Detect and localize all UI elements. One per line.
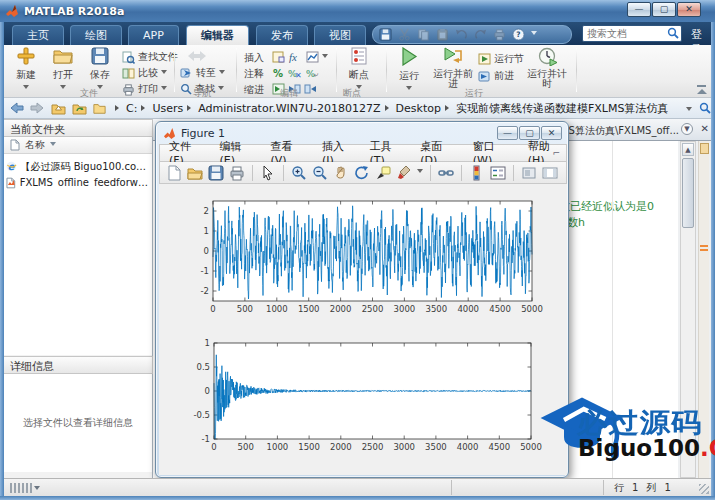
breadcrumb-segment[interactable]: Desktop	[396, 102, 441, 115]
data-cursor-icon[interactable]	[375, 165, 391, 181]
current-folder-header[interactable]: 当前文件夹	[4, 119, 153, 137]
toolbar-separator	[461, 165, 462, 181]
bottom-plot[interactable]: 0500100015002000250030003500400045005000…	[189, 330, 549, 462]
svg-text:0: 0	[205, 386, 210, 396]
list-item[interactable]: FXLMS_offline_feedforward	[6, 175, 150, 190]
save-figure-icon[interactable]	[208, 165, 224, 181]
analyzer-status-box[interactable]	[700, 143, 709, 154]
svg-text:-2: -2	[201, 286, 209, 296]
zoom-in-icon[interactable]	[291, 165, 307, 181]
search-icon[interactable]	[667, 27, 679, 39]
nav-back-icon[interactable]	[184, 49, 210, 63]
editor-tab-title[interactable]: MS算法仿真\FXLMS_off...	[560, 124, 679, 138]
insert-colorbar-icon[interactable]	[469, 165, 485, 181]
toolbar-separator	[430, 165, 431, 181]
file-list-column-header[interactable]: 名称	[4, 137, 152, 154]
advance-button[interactable]: 前进	[478, 69, 514, 83]
breadcrumb-segment[interactable]: 实现前馈离线传递函数建模FXLMS算法仿真	[456, 101, 668, 116]
editor-tab-close-icon[interactable]: ✕	[701, 123, 709, 134]
figure-matlab-icon	[163, 127, 176, 140]
brush-dropdown-icon[interactable]	[417, 169, 423, 176]
folder-up-icon[interactable]	[51, 102, 66, 115]
tab-view[interactable]: 视图	[314, 25, 366, 45]
run-button[interactable]: 运行	[392, 47, 426, 87]
analyzer-warning-mark[interactable]	[700, 249, 708, 251]
undo-icon[interactable]	[455, 28, 468, 41]
edit-plot-icon[interactable]	[260, 165, 276, 181]
show-plot-tools-icon[interactable]	[542, 165, 558, 181]
tab-apps[interactable]: APP	[128, 25, 179, 45]
open-button[interactable]: 打开	[46, 47, 80, 87]
qat-dropdown-icon[interactable]	[531, 31, 537, 38]
new-button[interactable]: 新建	[9, 47, 43, 87]
folder-search-icon[interactable]	[699, 102, 711, 114]
wrap-comment-icon: %⤶	[306, 67, 321, 79]
toolbar-separator	[252, 165, 253, 181]
minimize-ribbon-icon[interactable]	[696, 85, 708, 94]
open-file-icon[interactable]	[187, 165, 203, 181]
insert-legend-icon[interactable]	[490, 165, 506, 181]
figure-dock-icon[interactable]: ⌐	[552, 148, 560, 158]
comment-icons[interactable]: % %✕ %⤶	[272, 66, 321, 80]
run-section-button[interactable]: 运行节	[478, 52, 524, 66]
cut-icon[interactable]	[398, 28, 411, 41]
breakpoints-button[interactable]: 断点	[342, 47, 376, 87]
scrollbar-thumb[interactable]	[682, 158, 694, 228]
print-button[interactable]: 打印	[122, 82, 167, 96]
print-icon[interactable]	[493, 28, 506, 41]
copy-icon[interactable]	[417, 28, 430, 41]
save-button[interactable]: 保存	[83, 47, 117, 87]
zoom-out-icon[interactable]	[312, 165, 328, 181]
print-figure-icon[interactable]	[229, 165, 245, 181]
quick-access-toolbar: ?	[372, 25, 572, 44]
tab-editor[interactable]: 编辑器	[186, 25, 249, 45]
current-folder-icon[interactable]	[93, 102, 106, 115]
tab-plots[interactable]: 绘图	[70, 25, 122, 45]
hide-plot-tools-icon[interactable]	[521, 165, 537, 181]
redo-icon[interactable]	[474, 28, 487, 41]
help-icon[interactable]: ?	[512, 28, 525, 41]
details-header[interactable]: 详细信息	[4, 356, 153, 374]
back-icon[interactable]	[10, 102, 24, 114]
close-button[interactable]: ✕	[677, 2, 701, 17]
breadcrumb-segment[interactable]: Administrator.WIN7U-20180127Z	[198, 102, 380, 115]
forward-icon[interactable]	[30, 102, 44, 114]
address-dropdown-icon[interactable]	[686, 107, 692, 114]
minimize-button[interactable]: —	[627, 2, 651, 17]
paste-icon[interactable]	[436, 28, 449, 41]
analyzer-warning-mark[interactable]	[700, 245, 708, 247]
scrollbar-up-icon[interactable]: ▲	[682, 143, 694, 156]
figure-close-button[interactable]: ✕	[541, 126, 562, 140]
new-figure-icon[interactable]	[166, 165, 182, 181]
figure-menu-bar: 文件(F) 编辑(E) 查看(V) 插入(I) 工具(T) 桌面(D) 窗口(W…	[159, 144, 567, 162]
breadcrumb-segment[interactable]: C:	[126, 102, 137, 115]
run-and-time-button[interactable]: 运行并计时	[527, 47, 567, 87]
editor-tab-menu-icon[interactable]: ▼	[681, 123, 693, 135]
figure-maximize-button[interactable]: ▢	[519, 126, 540, 140]
svg-text:0: 0	[204, 246, 209, 256]
pan-icon[interactable]	[333, 165, 349, 181]
insert-chart-icon	[306, 51, 319, 63]
matlab-logo-icon	[5, 4, 19, 18]
browse-folder-icon[interactable]	[72, 102, 87, 115]
find-files-button[interactable]: 查找文件	[122, 50, 178, 64]
compare-button[interactable]: 比较	[122, 66, 167, 80]
save-icon[interactable]	[379, 28, 392, 41]
resize-grip-icon[interactable]	[699, 484, 709, 494]
tab-publish[interactable]: 发布	[256, 25, 308, 45]
address-bar: C: Users Administrator.WIN7U-20180127Z D…	[4, 98, 711, 119]
goto-button[interactable]: 转至	[180, 66, 225, 80]
link-plot-icon[interactable]	[438, 165, 454, 181]
top-plot[interactable]: 0500100015002000250030003500400045005000…	[189, 188, 549, 320]
list-item[interactable]: e 【必过源码 Biguo100.com】	[6, 159, 150, 174]
breadcrumb-segment[interactable]: Users	[152, 102, 183, 115]
matlab-main-window: MATLAB R2018a — ▢ ✕ 主页 绘图 APP 编辑器 发布 视图 …	[0, 0, 715, 500]
brush-icon[interactable]	[396, 165, 412, 181]
tab-home[interactable]: 主页	[12, 25, 64, 45]
run-and-advance-button[interactable]: 运行并前进	[432, 47, 474, 87]
insert-icons[interactable]: fx	[272, 50, 328, 64]
maximize-button[interactable]: ▢	[652, 2, 676, 17]
rotate-3d-icon[interactable]	[354, 165, 370, 181]
statusbar-grip-icon[interactable]	[10, 483, 32, 493]
figure-minimize-button[interactable]: —	[497, 126, 518, 140]
